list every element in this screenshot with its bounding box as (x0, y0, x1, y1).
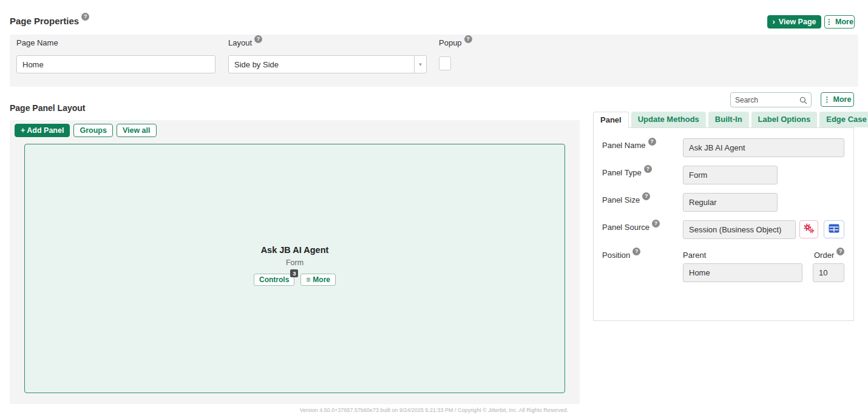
layout-selected-value: Side by Side (229, 60, 414, 69)
help-icon[interactable]: ? (642, 192, 650, 200)
canvas-panel-card: Ask JB AI Agent Form Controls 3 ≡ More (25, 245, 565, 286)
panel-name-input[interactable] (683, 138, 844, 157)
page-title-text: Page Properties (10, 16, 79, 26)
popup-label: Popup? (439, 38, 472, 50)
panel-source-settings-button[interactable] (799, 220, 818, 238)
view-page-button[interactable]: › View Page (767, 15, 821, 29)
canvas-more-label: More (313, 275, 330, 284)
canvas-panel-buttons: Controls 3 ≡ More (25, 274, 565, 286)
position-parent-label: Parent (683, 251, 706, 260)
canvas-panel-type: Form (25, 258, 565, 267)
position-label: Position? (602, 251, 640, 260)
page-title: Page Properties? (10, 16, 89, 26)
layout-label: Layout? (228, 38, 427, 50)
page-name-input[interactable] (16, 55, 215, 73)
controls-button[interactable]: Controls 3 (254, 274, 294, 286)
tab-panel[interactable]: Panel (593, 112, 629, 128)
popup-field: Popup? (439, 38, 472, 70)
groups-button[interactable]: Groups (73, 124, 112, 137)
page-name-field: Page Name (16, 38, 215, 73)
panel-size-label: Panel Size? (602, 195, 650, 204)
help-icon[interactable]: ? (644, 165, 652, 173)
canvas-more-button[interactable]: ≡ More (300, 274, 336, 286)
header-more-button[interactable]: ⋮ More (824, 15, 855, 29)
panel-source-table-button[interactable] (824, 220, 844, 238)
help-icon[interactable]: ? (632, 248, 640, 255)
kebab-icon: ⋮ (826, 18, 833, 25)
popup-checkbox[interactable] (439, 56, 451, 70)
page-panel-layout-area: + Add Panel Groups View all Ask JB AI Ag… (10, 120, 580, 404)
tab-edge-case[interactable]: Edge Case (819, 112, 868, 127)
tab-label-options[interactable]: Label Options (751, 112, 818, 127)
header-more-label: More (835, 18, 853, 26)
panel-source-label: Panel Source? (602, 223, 660, 232)
view-page-label: View Page (779, 18, 816, 26)
layout-field: Layout? Side by Side ▾ (228, 38, 427, 73)
inspector-more-button[interactable]: ⋮ More (821, 92, 854, 107)
help-icon[interactable]: ? (254, 35, 262, 43)
inspector-more-label: More (833, 95, 852, 104)
caret-down-icon: ▾ (414, 56, 426, 73)
position-order-input[interactable] (813, 263, 844, 282)
controls-label: Controls (259, 275, 289, 284)
help-icon[interactable]: ? (648, 138, 656, 146)
panel-source-input[interactable] (683, 220, 796, 239)
panel-name-label: Panel Name? (602, 141, 656, 150)
help-icon[interactable]: ? (81, 13, 89, 21)
help-icon[interactable]: ? (464, 35, 472, 43)
controls-count-badge: 3 (290, 269, 298, 277)
panel-type-input[interactable] (683, 166, 778, 184)
help-icon[interactable]: ? (652, 220, 660, 228)
panel-layout-toolbar: + Add Panel Groups View all (15, 124, 157, 137)
layout-select[interactable]: Side by Side ▾ (228, 55, 427, 73)
add-panel-button[interactable]: + Add Panel (15, 124, 70, 137)
position-order-label: Order? (814, 251, 844, 260)
inspector-tabs: Panel Update Methods Built-In Label Opti… (593, 112, 868, 128)
panel-canvas[interactable]: Ask JB AI Agent Form Controls 3 ≡ More (24, 144, 565, 393)
table-icon (829, 224, 839, 235)
position-parent-input[interactable] (683, 263, 802, 282)
panel-layout-title: Page Panel Layout (10, 103, 85, 113)
version-footer: Version 4.50.0+37657.57b60e73 built on 9… (0, 407, 868, 413)
page-name-label: Page Name (16, 38, 215, 50)
panel-tab-content: Panel Name? Panel Type? Panel Size? Pane… (593, 127, 854, 321)
help-icon[interactable]: ? (836, 248, 844, 255)
canvas-panel-name: Ask JB AI Agent (25, 245, 565, 255)
view-all-button[interactable]: View all (117, 124, 157, 137)
kebab-icon: ⋮ (824, 96, 831, 103)
chevron-right-icon: › (773, 18, 775, 25)
search-icon (799, 96, 807, 107)
hamburger-icon: ≡ (306, 276, 310, 283)
tab-built-in[interactable]: Built-In (708, 112, 749, 127)
gears-icon (803, 223, 815, 235)
app-window: Page Properties? › View Page ⋮ More Page… (0, 0, 868, 415)
panel-type-label: Panel Type? (602, 168, 652, 177)
tab-update-methods[interactable]: Update Methods (631, 112, 706, 127)
page-properties-form: Page Name Layout? Side by Side ▾ Popup? (10, 35, 858, 87)
panel-size-input[interactable] (683, 193, 778, 212)
inspector-search (730, 92, 812, 107)
